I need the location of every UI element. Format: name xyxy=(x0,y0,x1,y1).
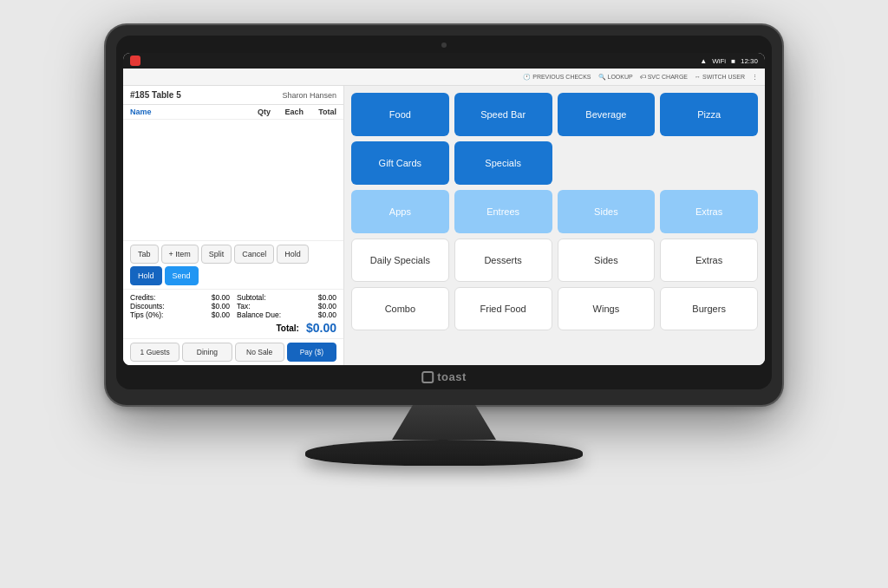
combo-button[interactable]: Combo xyxy=(351,287,449,330)
toast-logo-icon xyxy=(421,371,434,383)
guests-button[interactable]: 1 Guests xyxy=(130,343,180,362)
svc-charge-button[interactable]: 🏷 SVC CHARGE xyxy=(640,74,688,80)
status-bar-right: ▲ WiFi ■ 12:30 xyxy=(700,57,758,65)
toast-brand-label: toast xyxy=(437,370,467,383)
specials-button[interactable]: Specials xyxy=(454,141,552,185)
more-icon: ⋮ xyxy=(752,74,758,81)
order-number: #185 Table 5 xyxy=(130,90,181,100)
col-total-header: Total xyxy=(304,108,336,116)
more-menu-button[interactable]: ⋮ xyxy=(752,74,758,81)
beverage-button[interactable]: Beverage xyxy=(558,93,656,136)
screen: ▲ WiFi ■ 12:30 🕐 PREVIOUS CHECKS 🔍 LOOKU… xyxy=(123,53,765,365)
menu-row-4: Daily Specials Desserts Sides Extras xyxy=(351,238,758,282)
clock-icon: 🕐 xyxy=(523,74,531,81)
dining-button[interactable]: Dining xyxy=(182,343,232,362)
menu-row-1: Food Speed Bar Beverage Pizza xyxy=(351,93,758,136)
menu-row-5: Combo Fried Food Wings Burgers xyxy=(351,287,758,330)
totals-left-col: Credits: $0.00 Discounts: $0.00 Tips (0%… xyxy=(130,293,230,319)
toast-app-icon xyxy=(130,56,140,66)
grand-total-row: Total: $0.00 xyxy=(130,321,336,335)
desserts-button[interactable]: Desserts xyxy=(454,238,552,282)
menu-panel: Food Speed Bar Beverage Pizza Gift Cards… xyxy=(344,86,765,365)
col-each-header: Each xyxy=(271,108,304,116)
wifi-icon: WiFi xyxy=(712,57,726,65)
balance-due-row: Balance Due: $0.00 xyxy=(237,310,336,319)
device: ▲ WiFi ■ 12:30 🕐 PREVIOUS CHECKS 🔍 LOOKU… xyxy=(106,25,782,405)
no-sale-button[interactable]: No Sale xyxy=(235,343,284,362)
switch-user-button[interactable]: ↔ SWITCH USER xyxy=(695,74,745,80)
split-button[interactable]: Split xyxy=(201,245,232,264)
scene: ▲ WiFi ■ 12:30 🕐 PREVIOUS CHECKS 🔍 LOOKU… xyxy=(71,25,817,563)
col-qty-header: Qty xyxy=(238,108,271,116)
totals-right-col: Subtotal: $0.00 Tax: $0.00 Balance Due: xyxy=(237,293,336,319)
sides-button-1[interactable]: Sides xyxy=(558,190,656,233)
hold-button[interactable]: Hold xyxy=(277,245,309,264)
order-columns: Name Qty Each Total xyxy=(123,105,343,120)
tax-row: Tax: $0.00 xyxy=(237,302,336,310)
search-icon: 🔍 xyxy=(598,74,606,81)
menu-row-2: Gift Cards Specials xyxy=(351,141,758,185)
entrees-button[interactable]: Entrees xyxy=(454,190,552,233)
menu-empty-1 xyxy=(558,141,656,185)
main-content: #185 Table 5 Sharon Hansen Name Qty Each… xyxy=(123,86,765,365)
wings-button[interactable]: Wings xyxy=(558,287,656,330)
signal-icon: ▲ xyxy=(700,57,707,65)
speed-bar-button[interactable]: Speed Bar xyxy=(454,93,552,136)
toast-brand: toast xyxy=(421,370,467,383)
pay-button[interactable]: Pay ($) xyxy=(287,343,336,362)
subtotal-row: Subtotal: $0.00 xyxy=(237,293,336,302)
hold-blue-button[interactable]: Hold xyxy=(130,266,162,285)
order-header: #185 Table 5 Sharon Hansen xyxy=(123,86,343,105)
discounts-row: Discounts: $0.00 xyxy=(130,302,230,310)
lookup-button[interactable]: 🔍 LOOKUP xyxy=(598,74,633,81)
tips-row: Tips (0%): $0.00 xyxy=(130,310,230,319)
time-display: 12:30 xyxy=(741,57,758,65)
tag-icon: 🏷 xyxy=(640,74,646,80)
status-bar: ▲ WiFi ■ 12:30 xyxy=(123,53,765,69)
order-footer: 1 Guests Dining No Sale Pay ($) xyxy=(123,338,343,365)
order-actions: Tab + Item Split Cancel Hold Hold Send xyxy=(123,240,343,289)
order-items xyxy=(123,120,343,240)
daily-specials-button[interactable]: Daily Specials xyxy=(351,238,449,282)
sides-button-2[interactable]: Sides xyxy=(558,238,656,282)
switch-icon: ↔ xyxy=(695,74,701,80)
extras-button-1[interactable]: Extras xyxy=(660,190,758,233)
toolbar: 🕐 PREVIOUS CHECKS 🔍 LOOKUP 🏷 SVC CHARGE … xyxy=(123,69,765,86)
stand-neck xyxy=(392,405,496,440)
order-totals: Credits: $0.00 Discounts: $0.00 Tips (0%… xyxy=(123,289,343,338)
credits-row: Credits: $0.00 xyxy=(130,293,230,302)
tab-button[interactable]: Tab xyxy=(130,245,159,264)
col-name-header: Name xyxy=(130,108,238,116)
send-button[interactable]: Send xyxy=(165,266,199,285)
extras-button-2[interactable]: Extras xyxy=(660,238,758,282)
screen-bezel: ▲ WiFi ■ 12:30 🕐 PREVIOUS CHECKS 🔍 LOOKU… xyxy=(116,36,772,389)
apps-button[interactable]: Apps xyxy=(351,190,449,233)
status-bar-left xyxy=(130,56,140,66)
food-button[interactable]: Food xyxy=(351,93,449,136)
stand-base xyxy=(305,440,583,466)
menu-row-3: Apps Entrees Sides Extras xyxy=(351,190,758,233)
order-panel: #185 Table 5 Sharon Hansen Name Qty Each… xyxy=(123,86,344,365)
burgers-button[interactable]: Burgers xyxy=(660,287,758,330)
pizza-button[interactable]: Pizza xyxy=(660,93,758,136)
order-waiter: Sharon Hansen xyxy=(282,91,336,100)
add-item-button[interactable]: + Item xyxy=(161,245,199,264)
menu-empty-2 xyxy=(660,141,758,185)
previous-checks-button[interactable]: 🕐 PREVIOUS CHECKS xyxy=(523,74,591,81)
battery-icon: ■ xyxy=(731,57,735,65)
cancel-button[interactable]: Cancel xyxy=(234,245,274,264)
fried-food-button[interactable]: Fried Food xyxy=(454,287,552,330)
gift-cards-button[interactable]: Gift Cards xyxy=(351,141,449,185)
